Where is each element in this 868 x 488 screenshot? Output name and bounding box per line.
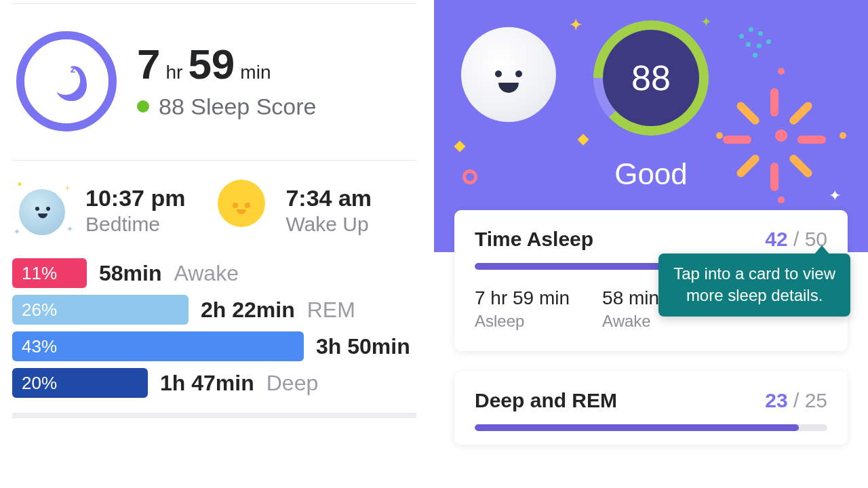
hero-score-value: 88: [603, 30, 699, 126]
hours-value: 7: [137, 43, 160, 85]
stat-label: Awake: [602, 312, 659, 331]
tooltip-line1: Tap into a card to view: [673, 264, 835, 283]
sleep-moon-icon: z: [16, 31, 117, 131]
stage-row: 26%2h 22minREM: [12, 295, 416, 325]
stat-value: 7 hr 59 min: [475, 287, 570, 309]
sleep-score-line: 88 Sleep Score: [137, 94, 317, 120]
stage-duration: 58min: [99, 261, 161, 286]
score-status-dot: [137, 100, 149, 113]
stage-row: 43%3h 50min: [12, 331, 416, 361]
stage-row: 20%1h 47minDeep: [12, 368, 416, 398]
bedtime-block: ✦ + ✦ ✦ 10:37 pm Bedtime: [12, 180, 185, 241]
stage-bar: 26%: [12, 295, 189, 325]
hero-moon-icon: [461, 27, 556, 122]
sleep-summary-panel: z 7 hr 59 min 88 Sleep Score: [0, 0, 434, 488]
stat-value: 58 min: [602, 287, 659, 309]
card-score-max: 25: [805, 389, 827, 411]
card-time-asleep[interactable]: Time Asleep 42 / 50 7 hr 59 min Asleep 5…: [454, 210, 848, 351]
divider: [12, 413, 416, 418]
score-value: 88: [159, 94, 184, 119]
sparkle-icon: [739, 27, 780, 68]
stage-name: REM: [307, 298, 355, 323]
card-score-value: 23: [765, 389, 787, 411]
stat-label: Asleep: [475, 312, 570, 331]
card-title: Time Asleep: [475, 228, 593, 251]
sleep-score-panel: 88 Good ✦ ✦ ✦: [434, 0, 868, 488]
wakeup-label: Wake Up: [285, 213, 372, 236]
stage-bar: 11%: [12, 258, 87, 288]
divider: [12, 160, 416, 161]
score-label: Sleep Score: [191, 94, 316, 119]
stage-duration: 2h 22min: [201, 298, 295, 323]
sparkle-icon: [454, 141, 466, 152]
firework-icon: [720, 75, 842, 197]
stage-bar: 20%: [12, 368, 148, 398]
stat-asleep: 7 hr 59 min Asleep: [475, 287, 570, 331]
stage-name: Deep: [267, 371, 319, 396]
card-progress-bar: [475, 424, 827, 431]
stage-duration: 1h 47min: [160, 371, 254, 396]
score-progress-ring: 88: [593, 20, 709, 136]
card-deep-rem[interactable]: Deep and REM 23 / 25: [454, 371, 848, 445]
sparkle-icon: [462, 169, 477, 184]
bedtime-value: 10:37 pm: [85, 185, 185, 211]
sparkle-icon: ✦: [570, 16, 582, 34]
sleep-stages-chart: 11%58minAwake26%2h 22minREM43%3h 50min20…: [12, 258, 416, 398]
sparkle-icon: [578, 134, 589, 146]
score-cards: Time Asleep 42 / 50 7 hr 59 min Asleep 5…: [434, 210, 868, 485]
summary-row: z 7 hr 59 min 88 Sleep Score: [12, 31, 416, 131]
card-score: 23 / 25: [765, 389, 827, 412]
sparkle-icon: ✦: [701, 14, 712, 30]
divider: [12, 3, 416, 4]
wakeup-value: 7:34 am: [285, 185, 372, 211]
minutes-unit: min: [240, 62, 271, 83]
stage-duration: 3h 50min: [316, 334, 410, 359]
stage-row: 11%58minAwake: [12, 258, 416, 288]
bedtime-label: Bedtime: [85, 213, 185, 236]
card-title: Deep and REM: [475, 389, 617, 412]
sleep-times-row: ✦ + ✦ ✦ 10:37 pm Bedtime 7:34 am: [12, 180, 416, 241]
hours-unit: hr: [165, 62, 182, 83]
svg-text:z: z: [71, 63, 76, 75]
wakeup-sun-icon: [212, 180, 273, 241]
minutes-value: 59: [188, 43, 235, 85]
stat-awake: 58 min Awake: [602, 287, 659, 331]
wakeup-block: 7:34 am Wake Up: [212, 180, 372, 241]
sleep-duration: 7 hr 59 min: [137, 43, 317, 85]
stage-name: Awake: [174, 261, 238, 286]
stage-bar: 43%: [12, 331, 304, 361]
hint-tooltip: Tap into a card to view more sleep detai…: [658, 253, 850, 317]
tooltip-line2: more sleep details.: [686, 286, 823, 304]
bedtime-moon-icon: ✦ + ✦ ✦: [12, 180, 73, 241]
card-score-value: 42: [765, 228, 787, 250]
